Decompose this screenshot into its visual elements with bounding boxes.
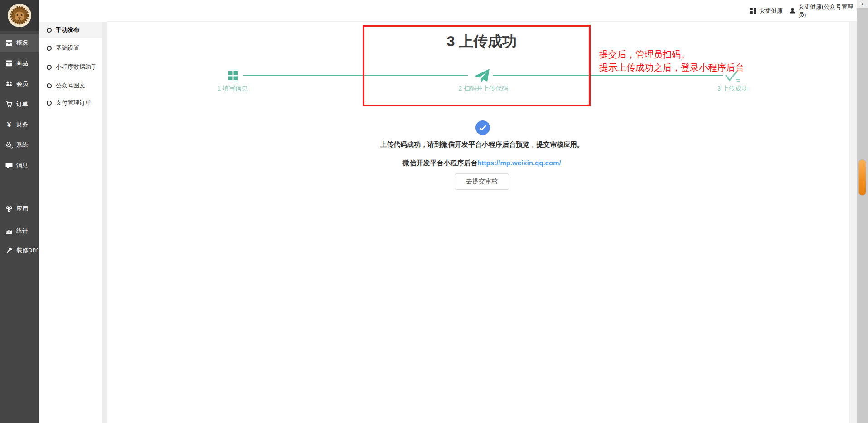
- message-icon: [5, 162, 13, 169]
- submenu-item-label: 手动发布: [56, 26, 79, 34]
- annotation-line1: 提交后，管理员扫码。: [599, 48, 744, 61]
- sidebar-item-finance[interactable]: ¥ 财务: [0, 116, 39, 133]
- success-check-icon: [475, 120, 490, 135]
- result-message: 上传代码成功，请到微信开发平台小程序后台预览，提交审核应用。: [107, 140, 857, 149]
- user-icon: [790, 8, 795, 14]
- step1-grid-icon: [228, 71, 238, 82]
- sidebar-item-system[interactable]: 系统: [0, 136, 39, 154]
- sidebar-item-label: 会员: [16, 80, 28, 88]
- grid-icon: [750, 8, 756, 14]
- store-name: 安捷健康: [759, 7, 783, 15]
- user-menu[interactable]: 安捷健康(公众号管理员): [790, 0, 857, 22]
- lion-logo: [8, 4, 31, 27]
- app-icon: [5, 205, 13, 212]
- sidebar-item-label: 订单: [16, 100, 28, 108]
- sidebar-item-diy[interactable]: 装修DIY: [0, 242, 39, 259]
- stats-icon: [5, 227, 13, 235]
- submenu-item-miniprogram-assistant[interactable]: 小程序数据助手: [39, 59, 102, 75]
- content-scroll-strip[interactable]: [849, 22, 857, 423]
- sidebar-item-products[interactable]: 商品: [0, 55, 39, 72]
- sidebar-item-label: 装修DIY: [16, 246, 38, 255]
- sidebar-item-apps[interactable]: 应用: [0, 200, 39, 217]
- product-icon: [5, 60, 13, 67]
- logo-block[interactable]: [0, 0, 39, 31]
- annotation-highlight-box: [363, 25, 591, 106]
- finance-icon: ¥: [5, 121, 13, 128]
- backend-link-line: 微信开发平台小程序后台https://mp.weixin.qq.com/: [107, 159, 857, 168]
- sidebar-item-label: 概况: [16, 39, 28, 47]
- primary-sidebar: 概况 商品 会员 订单 ¥ 财务 系统 消息: [0, 0, 39, 423]
- circle-icon: [47, 46, 52, 51]
- sidebar-item-members[interactable]: 会员: [0, 75, 39, 92]
- scroll-up-arrow-icon[interactable]: ▲: [857, 0, 868, 8]
- annotation-text: 提交后，管理员扫码。 提示上传成功之后，登录小程序后台: [599, 48, 744, 74]
- store-switcher[interactable]: 安捷健康: [750, 0, 783, 22]
- circle-icon: [47, 83, 52, 88]
- backend-link[interactable]: https://mp.weixin.qq.com/: [477, 159, 561, 167]
- button-row: 去提交审核: [107, 173, 857, 190]
- step1-label: 1 填写信息: [196, 85, 269, 93]
- submenu-item-basic-settings[interactable]: 基础设置: [39, 40, 102, 56]
- system-icon: [5, 141, 13, 149]
- browser-scrollbar[interactable]: ▲: [857, 0, 868, 423]
- submenu-item-label: 基础设置: [56, 44, 79, 52]
- sidebar-item-label: 系统: [16, 141, 28, 149]
- submenu-item-official-articles[interactable]: 公众号图文: [39, 77, 102, 94]
- top-header: 安捷健康 安捷健康(公众号管理员): [107, 0, 857, 22]
- go-submit-review-button[interactable]: 去提交审核: [455, 173, 509, 190]
- step3-label: 3 上传成功: [696, 85, 769, 93]
- sidebar-item-label: 消息: [16, 162, 28, 170]
- user-name: 安捷健康(公众号管理员): [798, 3, 857, 19]
- backend-link-label: 微信开发平台小程序后台: [402, 159, 477, 167]
- sidebar-item-messages[interactable]: 消息: [0, 157, 39, 174]
- submenu-item-label: 支付管理订单: [56, 99, 91, 107]
- annotation-line2: 提示上传成功之后，登录小程序后台: [599, 61, 744, 74]
- submenu-scroll-strip[interactable]: [102, 22, 107, 423]
- diy-hammer-icon: [5, 247, 13, 254]
- sidebar-item-label: 商品: [16, 59, 28, 67]
- overview-icon: [5, 39, 13, 47]
- sidebar-item-orders[interactable]: 订单: [0, 96, 39, 113]
- submenu-item-payment-orders[interactable]: 支付管理订单: [39, 95, 102, 111]
- sidebar-item-label: 统计: [16, 227, 28, 235]
- submenu-item-label: 公众号图文: [56, 82, 85, 90]
- sidebar-item-label: 财务: [16, 120, 28, 129]
- scrollbar-thumb[interactable]: [858, 159, 866, 196]
- order-icon: [5, 101, 13, 108]
- member-icon: [5, 80, 13, 87]
- sidebar-item-label: 应用: [16, 205, 28, 213]
- secondary-sidebar: 手动发布 基础设置 小程序数据助手 公众号图文 支付管理订单: [39, 0, 102, 423]
- circle-icon: [47, 101, 52, 106]
- sidebar-item-overview[interactable]: 概况: [0, 34, 39, 52]
- circle-icon: [47, 28, 52, 33]
- submenu-item-manual-publish[interactable]: 手动发布: [39, 22, 102, 38]
- sidebar-item-stats[interactable]: 统计: [0, 222, 39, 240]
- circle-icon: [47, 65, 52, 70]
- submenu-item-label: 小程序数据助手: [56, 63, 97, 71]
